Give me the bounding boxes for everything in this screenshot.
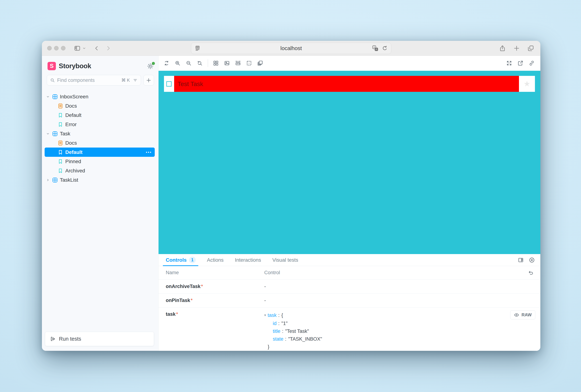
zoom-reset-button[interactable] [196,59,204,67]
toolbar-divider [208,59,208,67]
search-icon [50,78,55,83]
required-marker: * [201,284,203,289]
controls-table-header: Name Control [158,266,540,280]
run-tests-icon [50,336,56,342]
reset-controls-button[interactable] [528,270,534,276]
raw-label: RAW [522,312,532,318]
addons-tabs: Controls 1 Actions Interactions Visual t… [158,254,540,266]
story-bookmark-icon [57,158,63,164]
raw-toggle-button[interactable]: RAW [510,310,535,320]
background-toggle-button[interactable] [223,59,231,67]
zoom-button[interactable] [61,46,65,50]
tab-interactions[interactable]: Interactions [235,254,261,266]
json-root-line: ▾task:{ [264,312,322,320]
required-marker: * [176,312,178,317]
address-text: localhost [191,45,391,51]
storybook-preview: Test Task ★ Controls 1 Actions [158,56,540,351]
sidebar-item-inboxscreen[interactable]: InboxScreen [45,92,155,101]
task-title-section: Test Task [174,76,519,92]
collapse-triangle-icon[interactable]: ▾ [264,311,266,319]
sidebar-search-row: ⌘ K [47,75,154,86]
window-controls [47,46,65,50]
sidebar-item-inboxscreen-docs[interactable]: Docs [45,101,155,110]
json-entry-id: id:"1" [264,320,322,328]
forward-icon [105,45,111,52]
address-bar[interactable]: localhost A A [191,43,391,54]
chevron-down-icon[interactable] [46,95,50,99]
sidebar-item-tasklist[interactable]: TaskList [45,175,155,184]
control-row-onpintask: onPinTask* - [158,294,540,308]
fullscreen-button[interactable] [505,59,513,67]
close-panel-button[interactable] [529,257,535,263]
column-header-control: Control [264,270,280,276]
back-button[interactable] [93,45,100,52]
arg-name: task [166,312,176,317]
control-row-onarchivetask: onArchiveTask* - [158,280,540,294]
forward-button[interactable] [105,45,111,52]
pin-star-icon[interactable]: ★ [524,80,530,88]
column-header-name: Name [166,270,264,276]
create-story-button[interactable] [143,75,154,86]
browser-window: localhost A A [42,41,540,351]
open-new-tab-icon [518,60,523,66]
grid-icon [213,60,219,66]
titlebar-actions [499,45,534,52]
storybook-logo-icon: S [47,62,56,70]
search-field[interactable]: ⌘ K [47,75,141,86]
panel-position-button[interactable] [518,257,524,263]
run-tests-button[interactable]: Run tests [45,332,154,346]
sidebar-item-task-pinned[interactable]: Pinned [45,157,155,166]
viewport-button[interactable] [256,59,264,67]
eye-icon [514,312,519,318]
copy-link-button[interactable] [528,59,536,67]
chevron-right-icon[interactable] [46,178,50,182]
canvas-toolbar [158,56,540,71]
close-circle-icon [529,257,535,263]
sidebar-toggle-button[interactable] [74,45,81,52]
fullscreen-icon [506,60,512,66]
sidebar-item-task-docs[interactable]: Docs [45,138,155,148]
viewport-layers-icon [257,60,263,66]
outline-button[interactable] [245,59,253,67]
measure-ruler-icon [235,60,241,66]
settings-button[interactable] [147,63,154,70]
remount-button[interactable] [162,59,170,67]
tab-controls[interactable]: Controls 1 [166,254,196,266]
tab-overview-button[interactable] [527,45,534,52]
zoom-out-button[interactable] [185,59,193,67]
sidebar-item-task-archived[interactable]: Archived [45,166,155,175]
remount-icon [164,60,169,66]
zoom-in-button[interactable] [174,59,182,67]
component-icon [52,131,58,137]
sidebar-menu-button[interactable] [82,46,86,51]
grid-toggle-button[interactable] [212,59,220,67]
search-shortcut: ⌘ K [121,78,130,83]
measure-button[interactable] [234,59,242,67]
filter-icon[interactable] [133,78,138,83]
new-tab-button[interactable] [513,45,520,52]
item-overflow-icon[interactable] [146,152,151,153]
arg-name: onArchiveTask [166,284,201,289]
component-icon [52,177,58,183]
sidebar-item-inboxscreen-default[interactable]: Default [45,110,155,120]
open-canvas-new-tab-button[interactable] [517,59,525,67]
tab-visual-tests[interactable]: Visual tests [272,254,298,266]
controls-count-badge: 1 [189,256,196,263]
chevron-down-icon[interactable] [46,132,50,136]
storybook-sidebar: S Storybook [42,56,158,351]
story-bookmark-icon [57,112,63,118]
controls-table: Name Control onArchiveTask* - [158,266,540,351]
share-button[interactable] [499,45,506,52]
task-component: Test Task ★ [164,76,535,92]
task-checkbox[interactable] [166,81,172,86]
sidebar-item-task[interactable]: Task [45,129,155,138]
sidebar-item-inboxscreen-error[interactable]: Error [45,120,155,129]
task-star-section: ★ [519,76,535,92]
share-icon [499,45,506,52]
close-button[interactable] [47,46,52,50]
sidebar-item-task-default-selected[interactable]: Default [45,148,155,157]
json-object-editor[interactable]: ▾task:{ id:"1" title:"Test Task" state:"… [264,312,322,351]
minimize-button[interactable] [54,46,58,50]
tab-actions[interactable]: Actions [207,254,224,266]
search-input[interactable] [57,78,121,83]
